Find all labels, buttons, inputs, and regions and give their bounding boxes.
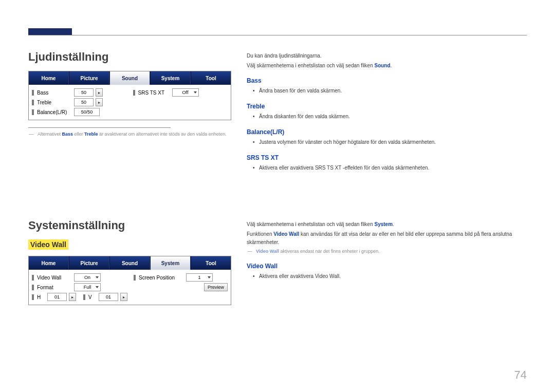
sound-intro2: Välj skärmenheterna i enhetslistan och v… [247, 62, 527, 70]
tab-sound[interactable]: Sound [109, 256, 150, 270]
footnote-text: Alternativet [38, 132, 62, 137]
balance-desc: Justera volymen för vänster och höger hö… [253, 138, 527, 147]
hl-sound: Sound [374, 63, 390, 68]
screenpos-select[interactable]: 1 [186, 273, 213, 282]
sound-tabbar: Home Picture Sound System Tool [29, 71, 231, 85]
v-value[interactable]: 01 [99, 293, 118, 301]
tab-sound[interactable]: Sound [109, 71, 150, 85]
header-rule [28, 35, 527, 35]
bass-stepper[interactable]: ▸ [96, 88, 103, 97]
system-panel: Home Picture Sound System Tool Video Wal… [28, 256, 231, 305]
screenpos-value: 1 [198, 275, 200, 280]
treble-stepper[interactable]: ▸ [96, 98, 103, 106]
text: aktiveras endast när det finns enheter i… [281, 249, 380, 254]
srs-label: SRS TS XT [138, 90, 170, 96]
srs-value: Off [182, 90, 189, 95]
videowall-desc: Aktivera eller avaktivera Video Wall. [253, 272, 527, 281]
row-marker [32, 90, 34, 96]
row-marker [134, 275, 136, 281]
system-desc: Funktionen Video Wall kan användas för a… [247, 230, 527, 247]
bass-desc: Ändra basen för den valda skärmen. [253, 86, 527, 96]
h-stepper[interactable]: ▸ [69, 293, 76, 301]
text: -effekten för den valda skärmenheten. [343, 165, 429, 171]
videowall-label: Video Wall [37, 275, 72, 281]
hl-videowall2: Video Wall [315, 273, 339, 279]
row-marker [83, 294, 85, 300]
srs-heading: SRS TS XT [247, 154, 527, 161]
hl-srs: SRS TS XT [315, 165, 341, 171]
bass-label: Bass [37, 90, 72, 96]
videowall-value: On [84, 275, 90, 280]
sound-panel: Home Picture Sound System Tool Bass 50 ▸ [28, 71, 231, 120]
subheading-videowall: Video Wall [28, 239, 68, 250]
system-intro: Välj skärmenheterna i enhetslistan och v… [247, 220, 527, 229]
tab-system[interactable]: System [150, 256, 191, 270]
note-hl: Video Wall [256, 249, 279, 254]
tab-picture[interactable]: Picture [69, 256, 109, 270]
format-label: Format [37, 285, 72, 290]
treble-label: Treble [37, 100, 72, 105]
row-marker [32, 109, 34, 115]
header-accent [28, 28, 72, 35]
videowall-select[interactable]: On [74, 273, 101, 282]
row-marker [32, 294, 34, 300]
chevron-down-icon [194, 91, 197, 94]
page-number: 74 [514, 368, 527, 382]
footnote-text: eller [75, 132, 85, 137]
bass-heading: Bass [247, 77, 527, 84]
tab-picture[interactable]: Picture [69, 71, 109, 85]
footnote-treble: Treble [84, 132, 98, 137]
text: Aktivera eller avaktivera [259, 165, 315, 171]
videowall-heading: Video Wall [247, 263, 527, 270]
hl-videowall: Video Wall [273, 231, 299, 237]
treble-heading: Treble [247, 103, 527, 110]
footnote-text: är avaktiverat om alternativet inte stöd… [99, 132, 227, 137]
text: Välj skärmenheterna i enhetslistan och v… [247, 221, 374, 227]
sound-footnote: ― Alternativet Bass eller Treble är avak… [28, 131, 231, 138]
system-tabbar: Home Picture Sound System Tool [29, 256, 231, 270]
tab-tool[interactable]: Tool [191, 256, 231, 270]
treble-desc: Ändra diskanten för den valda skärmen. [253, 112, 527, 121]
balance-heading: Balance(L/R) [247, 128, 527, 136]
system-note: ― Video Wall aktiveras endast när det fi… [247, 248, 527, 255]
text: Välj skärmenheterna i enhetslistan och v… [247, 63, 374, 68]
h-value[interactable]: 01 [47, 293, 67, 301]
chevron-down-icon [208, 276, 211, 278]
section-title-sound: Ljudinställning [28, 50, 231, 64]
tab-home[interactable]: Home [29, 256, 69, 270]
row-marker [32, 285, 34, 290]
format-value: Full [84, 285, 91, 290]
footnote-rule [28, 127, 171, 128]
tab-home[interactable]: Home [29, 71, 69, 85]
text: Aktivera eller avaktivera [259, 273, 315, 279]
srs-desc: Aktivera eller avaktivera SRS TS XT -eff… [253, 163, 527, 173]
footnote-bass: Bass [62, 132, 73, 137]
chevron-down-icon [96, 286, 99, 288]
sound-intro1: Du kan ändra ljudinställningarna. [247, 52, 527, 60]
chevron-down-icon [96, 276, 99, 278]
hl-system: System [374, 221, 393, 227]
v-label: V [88, 294, 97, 300]
srs-select[interactable]: Off [172, 88, 199, 97]
row-marker [133, 90, 135, 96]
tab-tool[interactable]: Tool [191, 71, 231, 85]
h-label: H [37, 294, 45, 300]
row-marker [32, 275, 34, 281]
row-marker [32, 100, 34, 105]
v-stepper[interactable]: ▸ [120, 293, 127, 301]
balance-value[interactable]: 50/50 [74, 108, 100, 116]
tab-system[interactable]: System [150, 71, 191, 85]
format-select[interactable]: Full [74, 283, 101, 291]
bass-value[interactable]: 50 [74, 88, 94, 97]
text: Funktionen [247, 231, 273, 237]
balance-label: Balance(L/R) [37, 109, 72, 115]
screenpos-label: Screen Position [139, 275, 184, 281]
treble-value[interactable]: 50 [74, 98, 94, 106]
preview-button[interactable]: Preview [204, 283, 228, 291]
section-title-system: Systeminställning [28, 219, 231, 232]
